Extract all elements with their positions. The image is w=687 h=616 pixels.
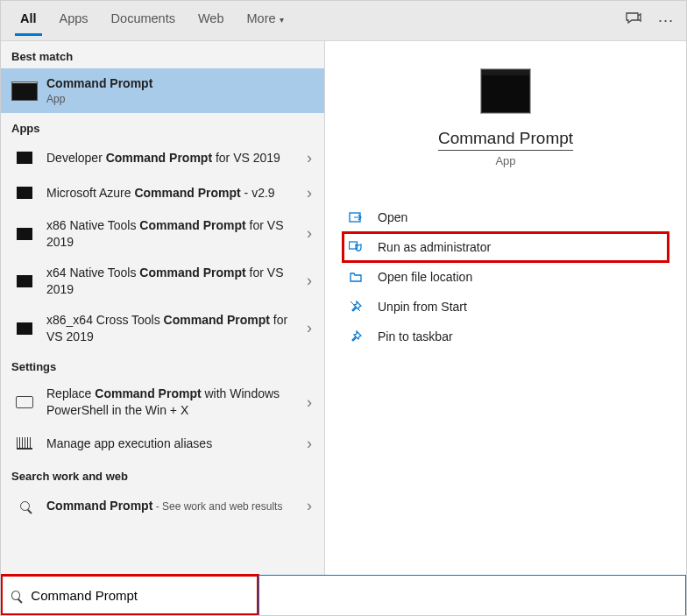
list-icon [17,437,32,450]
action-label: Run as administrator [378,240,491,254]
chevron-right-icon[interactable]: › [300,224,319,243]
app-icon [17,152,32,164]
search-icon [11,591,20,600]
tab-web[interactable]: Web [189,6,233,36]
chevron-right-icon[interactable]: › [300,149,319,167]
folder-icon [348,269,364,285]
tab-more[interactable]: More▾ [238,6,293,36]
section-work-web: Search work and web [1,461,324,488]
chevron-right-icon[interactable]: › [300,497,319,515]
more-options-icon[interactable]: ··· [658,11,674,30]
preview-app-icon [481,69,530,113]
tab-documents[interactable]: Documents [103,6,184,36]
command-prompt-icon [11,81,38,101]
top-tab-bar: All Apps Documents Web More▾ ··· [1,1,686,41]
chevron-right-icon[interactable]: › [300,272,319,290]
unpin-icon [348,299,364,315]
result-app-5[interactable]: x86_x64 Cross Tools Command Prompt for V… [1,305,324,352]
result-app-1[interactable]: Developer Command Prompt for VS 2019 › [1,140,324,175]
preview-title[interactable]: Command Prompt [438,129,573,151]
pin-icon [348,329,364,344]
chevron-right-icon[interactable]: › [300,319,319,337]
tab-more-label: More [247,11,276,25]
result-app-2[interactable]: Microsoft Azure Command Prompt - v2.9 › [1,175,324,210]
app-icon [17,187,32,199]
shield-icon [348,239,364,255]
chevron-down-icon: ▾ [280,15,284,25]
chevron-right-icon[interactable]: › [300,435,319,453]
app-icon [17,228,32,240]
action-label: Pin to taskbar [378,329,453,343]
search-icon [20,501,30,511]
action-unpin-start[interactable]: Unpin from Start [343,292,669,322]
tab-all[interactable]: All [11,6,46,36]
result-web-1[interactable]: Command Prompt - See work and web result… [1,488,324,523]
action-open-file-location[interactable]: Open file location [343,262,669,292]
action-open[interactable]: Open [343,202,669,232]
section-best-match: Best match [1,41,324,68]
preview-subtitle: App [343,154,669,167]
action-label: Open [378,210,407,224]
chevron-right-icon[interactable]: › [300,393,319,412]
taskbar-remainder [259,575,686,615]
result-settings-1[interactable]: Replace Command Prompt with Windows Powe… [1,379,324,426]
tab-apps[interactable]: Apps [51,6,97,36]
search-box[interactable] [1,575,259,615]
action-label: Open file location [378,270,472,284]
open-icon [348,209,364,225]
result-settings-2[interactable]: Manage app execution aliases › [1,426,324,461]
result-app-3[interactable]: x86 Native Tools Command Prompt for VS 2… [1,210,324,258]
feedback-icon[interactable] [625,11,642,30]
preview-pane: Command Prompt App Open Run as administr… [325,41,686,575]
action-label: Unpin from Start [378,300,467,314]
action-pin-taskbar[interactable]: Pin to taskbar [343,322,669,351]
chevron-right-icon[interactable]: › [300,184,319,202]
best-match-subtitle: App [46,92,319,106]
best-match-title: Command Prompt [46,76,152,90]
section-settings: Settings [1,351,324,379]
search-input[interactable] [29,587,251,604]
results-pane: Best match Command Prompt App Apps Devel… [1,41,325,575]
app-icon [17,275,32,287]
action-run-as-admin[interactable]: Run as administrator [343,232,669,262]
result-app-4[interactable]: x64 Native Tools Command Prompt for VS 2… [1,258,324,305]
result-best-match[interactable]: Command Prompt App [1,68,324,113]
app-icon [17,322,32,335]
section-apps: Apps [1,113,324,140]
monitor-icon [16,396,33,408]
